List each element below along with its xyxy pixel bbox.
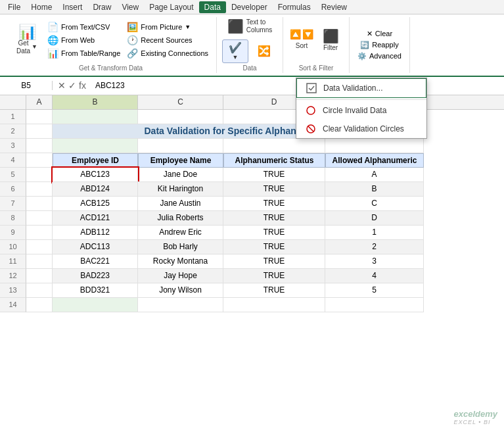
- cell-c9[interactable]: Andrew Eric: [138, 226, 223, 240]
- cell-d13[interactable]: TRUE: [223, 283, 325, 298]
- cell-d11[interactable]: TRUE: [223, 254, 325, 269]
- cell-d3[interactable]: [223, 139, 325, 153]
- cell-b3[interactable]: [53, 139, 138, 153]
- from-text-button[interactable]: 📄 From Text/CSV: [45, 21, 123, 33]
- cell-e14[interactable]: [325, 298, 424, 312]
- existing-connections-icon: 🔗: [127, 48, 138, 59]
- cell-c11[interactable]: Rocky Montana: [138, 254, 223, 269]
- text-to-columns-button[interactable]: ⬛ Text to Columns: [225, 17, 275, 36]
- cell-e11[interactable]: 3: [325, 254, 424, 269]
- cell-a6[interactable]: [26, 182, 53, 197]
- cell-c6[interactable]: Kit Harington: [138, 182, 223, 197]
- cell-e3[interactable]: [325, 139, 424, 153]
- cell-d12[interactable]: TRUE: [223, 269, 325, 283]
- advanced-button[interactable]: ⚙️ Advanced: [355, 51, 404, 61]
- recent-sources-button[interactable]: 🕐 Recent Sources: [124, 34, 211, 46]
- cell-a7[interactable]: [26, 197, 53, 211]
- cell-a1[interactable]: [26, 110, 53, 124]
- cell-c5[interactable]: Jane Doe: [138, 168, 223, 182]
- menu-data[interactable]: Data: [199, 1, 226, 13]
- clear-button[interactable]: ✕ Clear: [364, 29, 395, 39]
- menu-draw[interactable]: Draw: [87, 1, 116, 13]
- circle-invalid-menu-item[interactable]: Circle Invalid Data: [296, 101, 426, 120]
- data-validation-dropdown-button[interactable]: ✔️ ▼: [222, 39, 248, 63]
- get-transform-stack: 📄 From Text/CSV 🌐 From Web 📊 From Table/…: [45, 21, 123, 59]
- cell-a14[interactable]: [26, 298, 53, 312]
- cell-b6[interactable]: ABD124: [53, 182, 138, 197]
- cell-a8[interactable]: [26, 211, 53, 226]
- cell-e13[interactable]: 5: [325, 283, 424, 298]
- cell-reference[interactable]: B5: [0, 81, 53, 90]
- clear-validation-circles-menu-item[interactable]: Clear Validation Circles: [296, 120, 426, 138]
- cell-b5-selected[interactable]: ABC123: [53, 168, 138, 182]
- menu-file[interactable]: File: [3, 1, 26, 13]
- menu-formulas[interactable]: Formulas: [273, 1, 316, 13]
- cell-b10[interactable]: ADC113: [53, 240, 138, 254]
- cell-b9[interactable]: ADB112: [53, 226, 138, 240]
- confirm-formula-icon[interactable]: ✓: [68, 80, 76, 91]
- col-header-b: B: [53, 95, 138, 109]
- cell-d6[interactable]: TRUE: [223, 182, 325, 197]
- insert-function-icon[interactable]: fx: [79, 80, 86, 91]
- menu-view[interactable]: View: [116, 1, 144, 13]
- row-number: 12: [0, 269, 26, 283]
- cell-a12[interactable]: [26, 269, 53, 283]
- cell-d7[interactable]: TRUE: [223, 197, 325, 211]
- sort-button[interactable]: Sort: [288, 41, 315, 51]
- cell-d10[interactable]: TRUE: [223, 240, 325, 254]
- cancel-formula-icon[interactable]: ✕: [58, 80, 66, 91]
- cell-c12[interactable]: Jay Hope: [138, 269, 223, 283]
- filter-button[interactable]: ⬛ Filter: [317, 27, 344, 53]
- cell-a11[interactable]: [26, 254, 53, 269]
- cell-b8[interactable]: ACD121: [53, 211, 138, 226]
- cell-b1[interactable]: [53, 110, 138, 124]
- menu-page-layout[interactable]: Page Layout: [144, 1, 198, 13]
- cell-c10[interactable]: Bob Harly: [138, 240, 223, 254]
- cell-d8[interactable]: TRUE: [223, 211, 325, 226]
- cell-a13[interactable]: [26, 283, 53, 298]
- menu-home[interactable]: Home: [26, 1, 57, 13]
- cell-e10[interactable]: 2: [325, 240, 424, 254]
- cell-e12[interactable]: 4: [325, 269, 424, 283]
- cell-c8[interactable]: Julia Roberts: [138, 211, 223, 226]
- cell-e7[interactable]: C: [325, 197, 424, 211]
- cell-e8[interactable]: D: [325, 211, 424, 226]
- cell-e5[interactable]: A: [325, 168, 424, 182]
- cell-a9[interactable]: [26, 226, 53, 240]
- cell-d9[interactable]: TRUE: [223, 226, 325, 240]
- cell-e9[interactable]: 1: [325, 226, 424, 240]
- from-table-button[interactable]: 📊 From Table/Range: [45, 47, 123, 59]
- from-web-button[interactable]: 🌐 From Web: [45, 34, 123, 46]
- cell-b14[interactable]: [53, 298, 138, 312]
- cell-a2[interactable]: [26, 124, 53, 139]
- cell-d14[interactable]: [223, 298, 325, 312]
- cell-b12[interactable]: BAD223: [53, 269, 138, 283]
- cell-b11[interactable]: BAC221: [53, 254, 138, 269]
- cell-e6[interactable]: B: [325, 182, 424, 197]
- consolidate-button[interactable]: 🔀: [251, 39, 277, 63]
- cell-a4[interactable]: [26, 153, 53, 168]
- data-validation-menu-item[interactable]: Data Validation...: [296, 78, 426, 98]
- cell-a5[interactable]: [26, 168, 53, 182]
- col-header-employee-id: Employee ID: [53, 153, 138, 168]
- cell-b13[interactable]: BDD321: [53, 283, 138, 298]
- row-number: 4: [0, 153, 26, 168]
- reapply-button[interactable]: 🔄 Reapply: [357, 40, 401, 50]
- existing-connections-button[interactable]: 🔗 Existing Connections: [124, 47, 211, 59]
- cell-c3[interactable]: [138, 139, 223, 153]
- from-picture-button[interactable]: 🖼️ From Picture ▼: [124, 21, 211, 33]
- row-number: 11: [0, 254, 26, 269]
- cell-c13[interactable]: Jony Wilson: [138, 283, 223, 298]
- get-data-button[interactable]: 📊 Get Data ▼: [11, 24, 43, 57]
- dropdown-separator: [296, 99, 426, 100]
- cell-c1[interactable]: [138, 110, 223, 124]
- cell-c14[interactable]: [138, 298, 223, 312]
- cell-b7[interactable]: ACB125: [53, 197, 138, 211]
- cell-d5[interactable]: TRUE: [223, 168, 325, 182]
- cell-c7[interactable]: Jane Austin: [138, 197, 223, 211]
- menu-developer[interactable]: Developer: [226, 1, 273, 13]
- cell-a3[interactable]: [26, 139, 53, 153]
- menu-review[interactable]: Review: [316, 1, 352, 13]
- cell-a10[interactable]: [26, 240, 53, 254]
- menu-insert[interactable]: Insert: [57, 1, 87, 13]
